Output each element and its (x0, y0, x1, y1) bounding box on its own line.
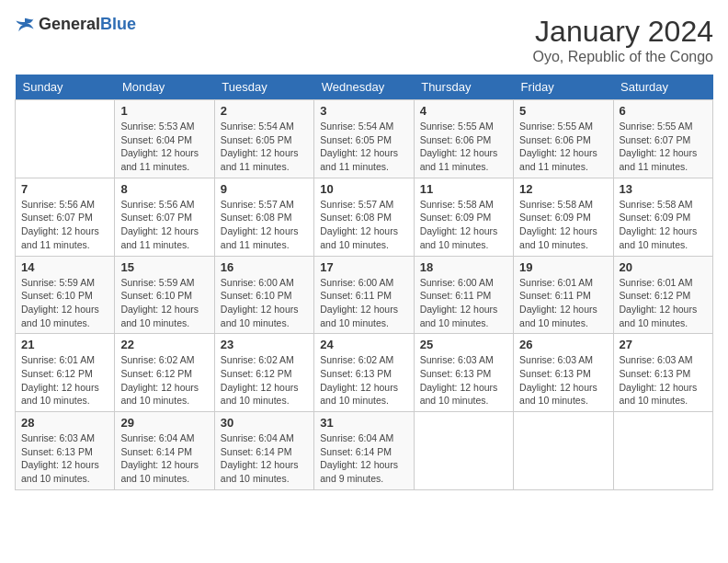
logo: GeneralBlue (15, 15, 136, 34)
day-number: 6 (620, 104, 707, 118)
day-number: 17 (320, 260, 407, 274)
day-number: 10 (320, 182, 407, 196)
calendar-cell: 24Sunrise: 6:02 AMSunset: 6:13 PMDayligh… (314, 334, 414, 412)
calendar-cell: 15Sunrise: 5:59 AMSunset: 6:10 PMDayligh… (115, 256, 214, 334)
day-info: Sunrise: 6:04 AMSunset: 6:14 PMDaylight:… (221, 431, 308, 486)
calendar-week-row: 21Sunrise: 6:01 AMSunset: 6:12 PMDayligh… (16, 334, 713, 412)
day-info: Sunrise: 5:58 AMSunset: 6:09 PMDaylight:… (620, 198, 707, 252)
day-number: 27 (620, 338, 707, 351)
day-number: 19 (519, 260, 607, 274)
day-of-week-header: Thursday (414, 75, 513, 100)
header: GeneralBlue January 2024 Oyo, Republic o… (15, 15, 713, 65)
logo-blue-text: Blue (100, 15, 136, 33)
day-number: 29 (120, 416, 208, 430)
day-number: 20 (620, 260, 707, 274)
calendar-cell: 31Sunrise: 6:04 AMSunset: 6:14 PMDayligh… (314, 412, 414, 490)
calendar-cell: 27Sunrise: 6:03 AMSunset: 6:13 PMDayligh… (613, 334, 712, 412)
day-of-week-header: Friday (514, 75, 613, 100)
calendar-week-row: 1Sunrise: 5:53 AMSunset: 6:04 PMDaylight… (16, 100, 713, 178)
day-info: Sunrise: 6:04 AMSunset: 6:14 PMDaylight:… (320, 431, 407, 486)
calendar-cell (414, 412, 513, 490)
calendar-cell: 20Sunrise: 6:01 AMSunset: 6:12 PMDayligh… (613, 256, 712, 334)
day-number: 21 (21, 338, 108, 351)
calendar-cell: 6Sunrise: 5:55 AMSunset: 6:07 PMDaylight… (613, 100, 712, 178)
day-info: Sunrise: 5:54 AMSunset: 6:05 PMDaylight:… (320, 120, 407, 174)
day-info: Sunrise: 6:02 AMSunset: 6:13 PMDaylight:… (320, 353, 407, 408)
day-info: Sunrise: 6:03 AMSunset: 6:13 PMDaylight:… (21, 431, 108, 486)
day-of-week-header: Tuesday (214, 75, 313, 100)
day-number: 4 (420, 104, 507, 118)
calendar-cell: 12Sunrise: 5:58 AMSunset: 6:09 PMDayligh… (514, 178, 613, 256)
day-info: Sunrise: 5:55 AMSunset: 6:06 PMDaylight:… (519, 120, 607, 174)
day-info: Sunrise: 5:56 AMSunset: 6:07 PMDaylight:… (120, 198, 208, 252)
calendar-cell: 19Sunrise: 6:01 AMSunset: 6:11 PMDayligh… (514, 256, 613, 334)
day-number: 9 (221, 182, 308, 196)
calendar-cell: 7Sunrise: 5:56 AMSunset: 6:07 PMDaylight… (16, 178, 115, 256)
logo-bird-icon (15, 17, 35, 33)
day-number: 28 (21, 416, 108, 430)
day-number: 5 (519, 104, 607, 118)
calendar-cell: 10Sunrise: 5:57 AMSunset: 6:08 PMDayligh… (314, 178, 414, 256)
day-number: 13 (620, 182, 707, 196)
day-of-week-header: Wednesday (314, 75, 414, 100)
day-info: Sunrise: 6:04 AMSunset: 6:14 PMDaylight:… (120, 431, 208, 486)
calendar-week-row: 7Sunrise: 5:56 AMSunset: 6:07 PMDaylight… (16, 178, 713, 256)
day-number: 1 (120, 104, 208, 118)
day-of-week-header: Saturday (613, 75, 712, 100)
calendar-week-row: 28Sunrise: 6:03 AMSunset: 6:13 PMDayligh… (16, 412, 713, 490)
day-info: Sunrise: 6:00 AMSunset: 6:11 PMDaylight:… (420, 276, 507, 330)
calendar-week-row: 14Sunrise: 5:59 AMSunset: 6:10 PMDayligh… (16, 256, 713, 334)
day-of-week-header: Monday (115, 75, 214, 100)
day-info: Sunrise: 5:58 AMSunset: 6:09 PMDaylight:… (420, 198, 507, 252)
calendar-cell: 18Sunrise: 6:00 AMSunset: 6:11 PMDayligh… (414, 256, 513, 334)
calendar-cell: 2Sunrise: 5:54 AMSunset: 6:05 PMDaylight… (214, 100, 313, 178)
day-info: Sunrise: 6:02 AMSunset: 6:12 PMDaylight:… (221, 353, 308, 408)
day-info: Sunrise: 5:53 AMSunset: 6:04 PMDaylight:… (120, 120, 208, 174)
day-number: 23 (221, 338, 308, 351)
day-info: Sunrise: 6:01 AMSunset: 6:12 PMDaylight:… (620, 276, 707, 330)
day-number: 14 (21, 260, 108, 274)
day-info: Sunrise: 5:58 AMSunset: 6:09 PMDaylight:… (519, 198, 607, 252)
calendar-table: SundayMondayTuesdayWednesdayThursdayFrid… (15, 75, 713, 490)
calendar-cell: 9Sunrise: 5:57 AMSunset: 6:08 PMDaylight… (214, 178, 313, 256)
day-number: 30 (221, 416, 308, 430)
calendar-cell: 17Sunrise: 6:00 AMSunset: 6:11 PMDayligh… (314, 256, 414, 334)
calendar-cell: 22Sunrise: 6:02 AMSunset: 6:12 PMDayligh… (115, 334, 214, 412)
day-info: Sunrise: 6:01 AMSunset: 6:12 PMDaylight:… (21, 353, 108, 408)
day-info: Sunrise: 6:00 AMSunset: 6:11 PMDaylight:… (320, 276, 407, 330)
day-info: Sunrise: 6:03 AMSunset: 6:13 PMDaylight:… (420, 353, 507, 408)
calendar-cell: 29Sunrise: 6:04 AMSunset: 6:14 PMDayligh… (115, 412, 214, 490)
calendar-cell (16, 100, 115, 178)
day-info: Sunrise: 5:57 AMSunset: 6:08 PMDaylight:… (320, 198, 407, 252)
day-of-week-header: Sunday (16, 75, 115, 100)
day-info: Sunrise: 5:59 AMSunset: 6:10 PMDaylight:… (120, 276, 208, 330)
day-number: 11 (420, 182, 507, 196)
day-number: 2 (221, 104, 308, 118)
calendar-cell: 5Sunrise: 5:55 AMSunset: 6:06 PMDaylight… (514, 100, 613, 178)
calendar-cell: 11Sunrise: 5:58 AMSunset: 6:09 PMDayligh… (414, 178, 513, 256)
calendar-cell: 1Sunrise: 5:53 AMSunset: 6:04 PMDaylight… (115, 100, 214, 178)
calendar-cell (613, 412, 712, 490)
day-number: 12 (519, 182, 607, 196)
day-number: 22 (120, 338, 208, 351)
day-number: 31 (320, 416, 407, 430)
calendar-cell: 8Sunrise: 5:56 AMSunset: 6:07 PMDaylight… (115, 178, 214, 256)
day-number: 24 (320, 338, 407, 351)
calendar-cell: 25Sunrise: 6:03 AMSunset: 6:13 PMDayligh… (414, 334, 513, 412)
day-number: 15 (120, 260, 208, 274)
day-info: Sunrise: 5:57 AMSunset: 6:08 PMDaylight:… (221, 198, 308, 252)
day-info: Sunrise: 5:55 AMSunset: 6:07 PMDaylight:… (620, 120, 707, 174)
sub-title: Oyo, Republic of the Congo (532, 49, 713, 65)
day-number: 26 (519, 338, 607, 351)
day-number: 18 (420, 260, 507, 274)
calendar-cell: 26Sunrise: 6:03 AMSunset: 6:13 PMDayligh… (514, 334, 613, 412)
day-header-row: SundayMondayTuesdayWednesdayThursdayFrid… (16, 75, 713, 100)
day-number: 3 (320, 104, 407, 118)
calendar-cell (514, 412, 613, 490)
logo-general-text: General (39, 15, 100, 33)
day-info: Sunrise: 5:54 AMSunset: 6:05 PMDaylight:… (221, 120, 308, 174)
calendar-body: 1Sunrise: 5:53 AMSunset: 6:04 PMDaylight… (16, 100, 713, 490)
calendar-cell: 21Sunrise: 6:01 AMSunset: 6:12 PMDayligh… (16, 334, 115, 412)
day-info: Sunrise: 5:56 AMSunset: 6:07 PMDaylight:… (21, 198, 108, 252)
day-info: Sunrise: 6:00 AMSunset: 6:10 PMDaylight:… (221, 276, 308, 330)
